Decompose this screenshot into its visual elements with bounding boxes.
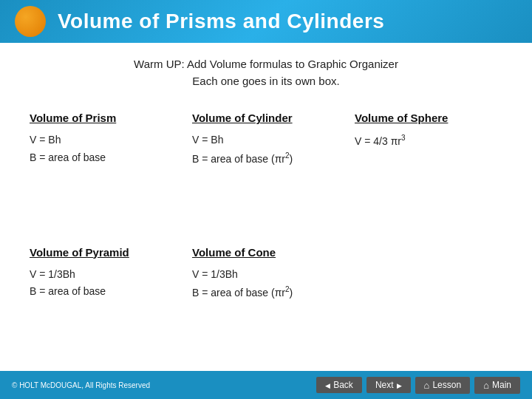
next-button[interactable]: Next [366, 377, 411, 393]
formula-pyramid: Volume of Pyramid V = 1/3Bh B = area of … [22, 240, 185, 339]
bottom-bar: © HOLT McDOUGAL, All Rights Reserved Bac… [0, 371, 532, 399]
page-title: Volume of Prisms and Cylinders [58, 10, 384, 33]
header: Volume of Prisms and Cylinders [0, 0, 532, 43]
prism-line2: B = area of base [30, 149, 177, 167]
main-content: Warm UP: Add Volume formulas to Graphic … [0, 43, 532, 371]
formula-sphere: Volume of Sphere V = 4/3 πr3 [347, 106, 510, 205]
pyramid-line1: V = 1/3Bh [30, 266, 177, 284]
prism-title: Volume of Prism [30, 112, 177, 124]
cylinder-body: V = Bh B = area of base (πr2) [192, 132, 340, 168]
pyramid-line2: B = area of base [30, 283, 177, 301]
formula-cylinder: Volume of Cylinder V = Bh B = area of ba… [185, 106, 347, 205]
spacer-row [22, 205, 185, 215]
lesson-button[interactable]: Lesson [415, 377, 471, 394]
back-arrow-icon [325, 380, 330, 390]
copyright-text: © HOLT McDOUGAL, All Rights Reserved [12, 381, 150, 389]
cone-line1: V = 1/3Bh [192, 266, 340, 284]
prism-line1: V = Bh [30, 132, 177, 149]
empty-section [347, 240, 510, 339]
sphere-line1: V = 4/3 πr3 [355, 132, 502, 150]
spacer-row2 [185, 205, 347, 215]
cone-body: V = 1/3Bh B = area of base (πr2) [192, 266, 340, 302]
back-button[interactable]: Back [316, 377, 362, 393]
cylinder-line1: V = Bh [192, 132, 340, 149]
main-home-icon [483, 380, 489, 391]
formula-grid: Volume of Prism V = Bh B = area of base … [22, 106, 510, 364]
cone-title: Volume of Cone [192, 246, 340, 259]
cone-line2: B = area of base (πr2) [192, 283, 340, 301]
main-button[interactable]: Main [474, 377, 520, 394]
lesson-home-icon [424, 380, 430, 391]
spacer-row3 [347, 205, 510, 215]
sphere-title: Volume of Sphere [355, 112, 502, 124]
prism-body: V = Bh B = area of base [30, 132, 177, 167]
formula-cone: Volume of Cone V = 1/3Bh B = area of bas… [185, 240, 347, 339]
cylinder-line2: B = area of base (πr2) [192, 149, 340, 168]
pyramid-title: Volume of Pyramid [30, 246, 177, 259]
cylinder-title: Volume of Cylinder [192, 112, 340, 124]
sphere-body: V = 4/3 πr3 [355, 132, 502, 150]
pyramid-body: V = 1/3Bh B = area of base [30, 266, 177, 301]
nav-buttons: Back Next Lesson Main [316, 377, 520, 394]
formula-prism: Volume of Prism V = Bh B = area of base [22, 106, 185, 205]
page: Volume of Prisms and Cylinders Warm UP: … [0, 0, 532, 399]
warmup-line2: Each one goes in its own box. [22, 73, 510, 90]
warmup-section: Warm UP: Add Volume formulas to Graphic … [22, 56, 510, 89]
next-arrow-icon [397, 380, 402, 390]
warmup-line1: Warm UP: Add Volume formulas to Graphic … [22, 56, 510, 73]
orange-circle-icon [15, 6, 46, 37]
